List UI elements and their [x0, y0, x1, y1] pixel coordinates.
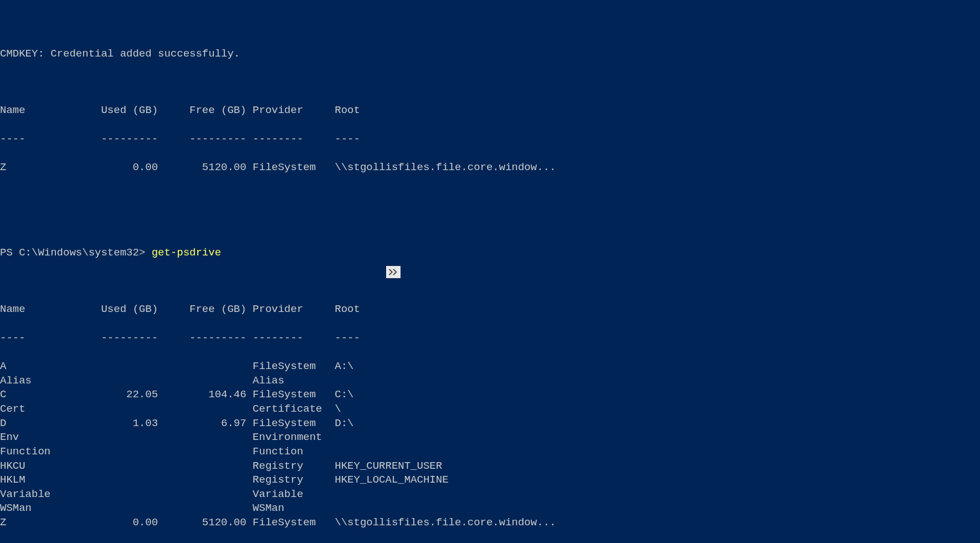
blank-line	[0, 274, 980, 289]
table-row: Function Function	[0, 445, 980, 459]
table-divider: ---- --------- --------- -------- ----	[0, 331, 980, 346]
table-row: D 1.03 6.97 FileSystem D:\	[0, 417, 980, 431]
cmdkey-message: CMDKEY: Credential added successfully.	[0, 47, 980, 62]
table-row: A FileSystem A:\	[0, 360, 980, 374]
table-row: Z 0.00 5120.00 FileSystem \\stgollisfile…	[0, 161, 980, 175]
table-row: HKLM Registry HKEY_LOCAL_MACHINE	[0, 473, 980, 488]
table-row: Env Environment	[0, 431, 980, 445]
command-text: get-psdrive	[152, 247, 221, 259]
table-header: Name Used (GB) Free (GB) Provider Root	[0, 303, 980, 317]
blank-line	[0, 189, 980, 203]
blank-line	[0, 19, 980, 33]
blank-line	[0, 218, 980, 232]
table-row: HKCU Registry HKEY_CURRENT_USER	[0, 459, 980, 474]
table-row: Alias Alias	[0, 374, 980, 388]
double-chevron-right-icon[interactable]	[386, 266, 401, 278]
table-row: Variable Variable	[0, 488, 980, 502]
table-divider: ---- --------- --------- -------- ----	[0, 132, 980, 147]
table-header: Name Used (GB) Free (GB) Provider Root	[0, 104, 980, 118]
powershell-terminal[interactable]: CMDKEY: Credential added successfully. N…	[0, 4, 980, 543]
blank-line	[0, 75, 980, 90]
table-row: Cert Certificate \	[0, 402, 980, 417]
prompt-line[interactable]: PS C:\Windows\system32> get-psdrive	[0, 246, 980, 260]
table-row: C 22.05 104.46 FileSystem C:\	[0, 388, 980, 402]
table-row: Z 0.00 5120.00 FileSystem \\stgollisfile…	[0, 516, 980, 530]
table-row: WSMan WSMan	[0, 501, 980, 516]
prompt-text: PS C:\Windows\system32>	[0, 247, 145, 259]
